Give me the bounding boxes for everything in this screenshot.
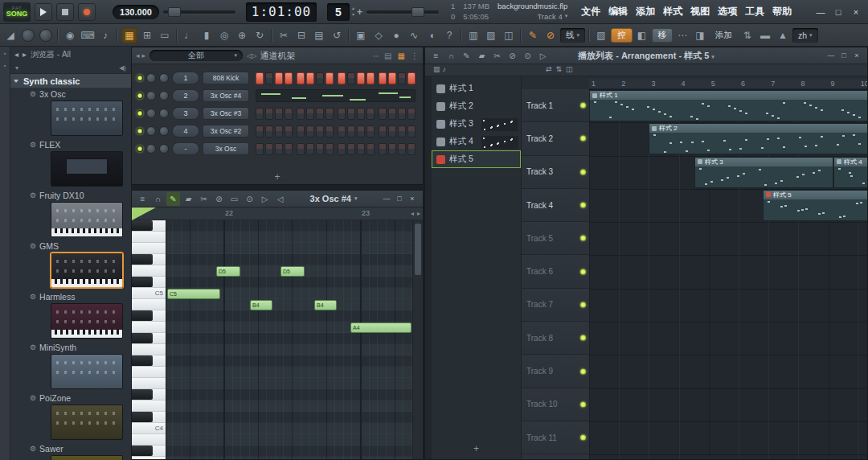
plugin-thumbnail-sawer[interactable] — [51, 455, 123, 460]
step-cell[interactable] — [338, 108, 346, 120]
step-cell[interactable] — [256, 125, 264, 138]
piano-key[interactable] — [132, 333, 166, 344]
slice-icon[interactable]: ✂ — [490, 49, 504, 63]
maximize-button[interactable]: □ — [837, 50, 850, 62]
step-cell[interactable] — [326, 143, 334, 155]
slider-thumb[interactable] — [411, 7, 424, 17]
countdown-icon[interactable]: ◎ — [216, 27, 232, 43]
note-preview[interactable] — [256, 89, 416, 102]
scroll-left-icon[interactable]: ◂ — [411, 210, 414, 217]
step-cell[interactable] — [366, 108, 375, 120]
step-cell[interactable] — [256, 143, 264, 155]
save-icon[interactable]: ▣ — [353, 27, 369, 43]
browser-item-3x-osc[interactable]: ⚙3x Osc — [10, 88, 131, 100]
track-led[interactable] — [580, 203, 586, 208]
kong-button[interactable]: 控 — [611, 28, 633, 43]
slider-thumb[interactable] — [168, 7, 181, 17]
playback-icon[interactable]: ▷ — [536, 49, 550, 63]
piano-key[interactable] — [132, 220, 166, 232]
piano-roll-grid[interactable]: D5D5C5B4B4A4 — [166, 220, 412, 459]
play-button[interactable] — [35, 3, 52, 21]
menu-item-7[interactable]: 工具 — [745, 5, 764, 18]
paste-icon[interactable]: ▤ — [311, 27, 327, 43]
step-cell[interactable] — [347, 143, 355, 155]
step-cell[interactable] — [366, 72, 375, 84]
swap-h-icon[interactable]: ⇄ — [546, 65, 552, 73]
menu-item-5[interactable]: 视图 — [690, 5, 710, 18]
multi-window-icon[interactable]: ⋯ — [674, 27, 690, 43]
step-cell[interactable] — [407, 72, 416, 84]
menu-item-6[interactable]: 选项 — [718, 5, 737, 18]
track-led[interactable] — [580, 335, 586, 341]
black-key[interactable] — [132, 310, 153, 321]
pencil-icon[interactable]: ✎ — [460, 49, 473, 63]
slice-icon[interactable]: ✂ — [197, 192, 211, 206]
step-cell[interactable] — [407, 108, 416, 120]
slide-tool-icon[interactable]: ⊘ — [542, 27, 559, 43]
grid-view-icon[interactable]: ◫ — [566, 65, 573, 73]
step-cell[interactable] — [338, 125, 346, 138]
track-header-9[interactable]: Track 9 — [522, 355, 589, 388]
draw-tool-icon[interactable]: ✎ — [525, 27, 541, 43]
browser-item-minisynth[interactable]: ⚙MiniSynth — [10, 341, 131, 353]
spinner-up-icon[interactable]: ▴ — [352, 6, 354, 11]
pattern-item-2[interactable]: 样式 2 — [432, 97, 521, 115]
plugin-picker-icon[interactable]: ▨ — [483, 27, 499, 43]
step-cell[interactable] — [285, 125, 293, 138]
step-cell[interactable] — [316, 72, 324, 84]
add-channel-button[interactable]: + — [132, 171, 423, 183]
list-icon[interactable]: ▬ — [757, 27, 773, 43]
collapse-all-icon[interactable]: ▾ — [15, 64, 18, 72]
menu-item-4[interactable]: 样式 — [663, 5, 682, 18]
browser-item-harmless[interactable]: ⚙Harmless — [10, 290, 131, 302]
wait-input-icon[interactable]: ▮ — [199, 27, 215, 43]
black-key[interactable] — [132, 254, 153, 265]
mute-icon[interactable]: ⊘ — [212, 192, 226, 206]
step-cell[interactable] — [326, 72, 334, 84]
midi-note[interactable]: D5 — [216, 266, 240, 277]
graph-editor-icon[interactable]: ⊞ — [139, 27, 155, 43]
rack-menu-icon[interactable]: ⋮ — [411, 51, 419, 60]
step-cell[interactable] — [265, 108, 273, 120]
master-volume-slider[interactable] — [366, 5, 439, 19]
cut-icon[interactable]: ✂ — [276, 27, 292, 43]
mute-led[interactable] — [137, 75, 143, 81]
midi-note[interactable]: A4 — [350, 322, 411, 333]
piano-key[interactable] — [132, 299, 166, 310]
piano-roll-ruler[interactable]: ◂ ▸ 2223 — [132, 207, 423, 220]
midi-icon[interactable]: ♪ — [97, 27, 113, 43]
step-cell[interactable] — [388, 125, 396, 138]
loop-wedge-icon[interactable] — [132, 207, 156, 220]
track-led[interactable] — [580, 269, 586, 274]
pattern-item-5[interactable]: 样式 5 — [432, 150, 521, 168]
grid-toggle-icon[interactable]: ▦ — [398, 51, 405, 60]
playlist-titlebar[interactable]: ≡∩✎▰✂⊘⊙▷ 播放列表 - Arrangement - 样式 5 ▾ —□× — [425, 47, 867, 64]
step-cell[interactable] — [366, 143, 375, 155]
playlist-ruler[interactable]: 12345678910 — [589, 79, 867, 89]
piano-key[interactable] — [132, 344, 166, 355]
panel-stack-icon[interactable]: ▥ — [465, 27, 481, 43]
playback-icon[interactable]: ▷ — [258, 192, 272, 206]
shuffle-slider[interactable] — [163, 5, 235, 19]
step-cell[interactable] — [398, 125, 406, 138]
step-cell[interactable] — [357, 143, 365, 155]
channel-number-button[interactable]: 2 — [172, 89, 199, 102]
step-cell[interactable] — [347, 108, 355, 120]
dock-arrow-icon[interactable]: ◢ — [2, 27, 18, 43]
browser-folder-synth-classic[interactable]: Synth classic — [10, 74, 131, 88]
step-cell[interactable] — [285, 143, 293, 155]
channel-number-button[interactable]: 1 — [172, 72, 199, 84]
master-pitch-knob[interactable] — [39, 29, 52, 42]
zoom-icon[interactable]: ⊙ — [521, 49, 534, 63]
piano-key[interactable] — [132, 378, 166, 389]
minimize-button[interactable]: — — [812, 4, 829, 20]
record-button[interactable] — [78, 3, 96, 21]
step-cell[interactable] — [379, 143, 387, 155]
channel-button-1[interactable]: 808 Kick — [203, 72, 249, 84]
one-click-record-icon[interactable]: ◉ — [62, 27, 78, 43]
mixer-icon[interactable]: ◧ — [634, 27, 650, 43]
step-cell[interactable] — [347, 125, 355, 138]
scroll-right-icon[interactable]: ▸ — [417, 210, 420, 217]
brush-icon[interactable]: ▰ — [182, 192, 195, 206]
step-cell[interactable] — [379, 72, 387, 84]
